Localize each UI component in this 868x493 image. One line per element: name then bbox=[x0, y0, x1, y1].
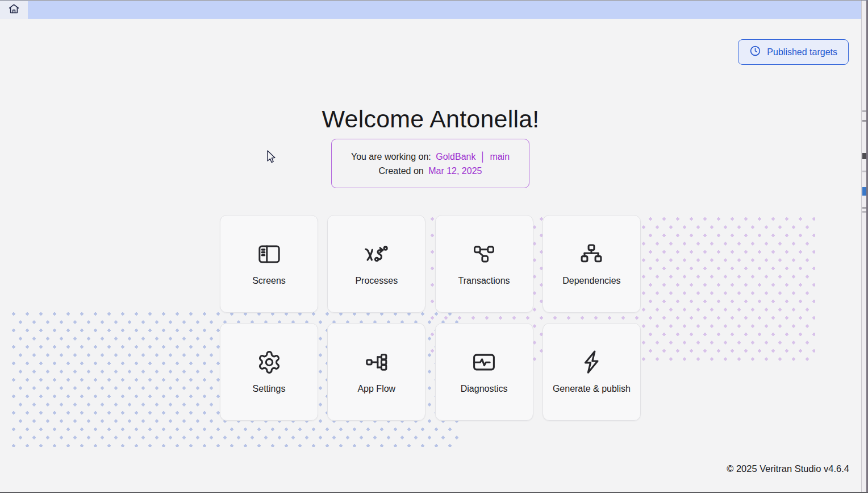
vertical-scrollbar[interactable] bbox=[861, 1, 868, 493]
workspace-line: You are working on: GoldBank │ main bbox=[351, 150, 510, 164]
created-label: Created on bbox=[379, 166, 424, 176]
processes-icon bbox=[363, 242, 390, 267]
dependencies-icon bbox=[579, 242, 604, 267]
card-processes[interactable]: Processes bbox=[327, 215, 425, 313]
top-bar bbox=[0, 1, 861, 19]
scrollbar-mark bbox=[862, 211, 866, 213]
published-targets-button[interactable]: Published targets bbox=[738, 39, 849, 65]
working-on-label: You are working on: bbox=[351, 152, 431, 161]
screens-icon bbox=[257, 242, 281, 267]
window-title-strip bbox=[28, 1, 861, 19]
app-flow-icon bbox=[364, 350, 389, 375]
card-label: Diagnostics bbox=[461, 384, 508, 394]
card-dependencies[interactable]: Dependencies bbox=[542, 215, 641, 313]
home-icon bbox=[8, 3, 20, 17]
card-label: Settings bbox=[253, 384, 286, 394]
scrollbar-mark bbox=[862, 153, 866, 159]
card-label: Transactions bbox=[458, 276, 510, 286]
card-generate-publish[interactable]: Generate & publish bbox=[542, 323, 641, 421]
home-cards-grid: Screens Processes Transactions bbox=[220, 215, 641, 421]
scrollbar-mark bbox=[862, 120, 866, 122]
mouse-cursor bbox=[265, 150, 278, 168]
clock-icon bbox=[749, 45, 761, 59]
card-app-flow[interactable]: App Flow bbox=[327, 323, 425, 421]
scrollbar-mark bbox=[862, 171, 866, 172]
card-screens[interactable]: Screens bbox=[220, 215, 318, 313]
card-settings[interactable]: Settings bbox=[220, 323, 318, 421]
created-date: Mar 12, 2025 bbox=[428, 166, 482, 176]
card-label: Processes bbox=[355, 276, 398, 286]
branch-separator: │ bbox=[480, 152, 486, 161]
scrollbar-mark bbox=[862, 110, 866, 112]
card-label: Generate & publish bbox=[553, 384, 631, 394]
branch-name[interactable]: main bbox=[490, 152, 510, 161]
card-transactions[interactable]: Transactions bbox=[435, 215, 533, 313]
transactions-icon bbox=[472, 242, 496, 267]
settings-icon bbox=[257, 350, 282, 375]
lightning-icon bbox=[579, 350, 604, 375]
created-line: Created on Mar 12, 2025 bbox=[379, 164, 482, 178]
published-targets-label: Published targets bbox=[767, 47, 837, 57]
scrollbar-mark bbox=[862, 207, 866, 209]
card-label: Screens bbox=[252, 276, 286, 286]
scrollbar-mark bbox=[862, 187, 866, 196]
footer-copyright: © 2025 Veritran Studio v4.6.4 bbox=[727, 463, 849, 474]
card-label: App Flow bbox=[357, 384, 395, 394]
card-diagnostics[interactable]: Diagnostics bbox=[435, 323, 533, 421]
page-title: Welcome Antonella! bbox=[0, 105, 861, 133]
home-tab[interactable] bbox=[0, 1, 28, 19]
project-name[interactable]: GoldBank bbox=[436, 152, 475, 161]
card-label: Dependencies bbox=[562, 276, 620, 286]
workspace-info-box: You are working on: GoldBank │ main Crea… bbox=[331, 139, 529, 188]
diagnostics-icon bbox=[471, 350, 496, 375]
